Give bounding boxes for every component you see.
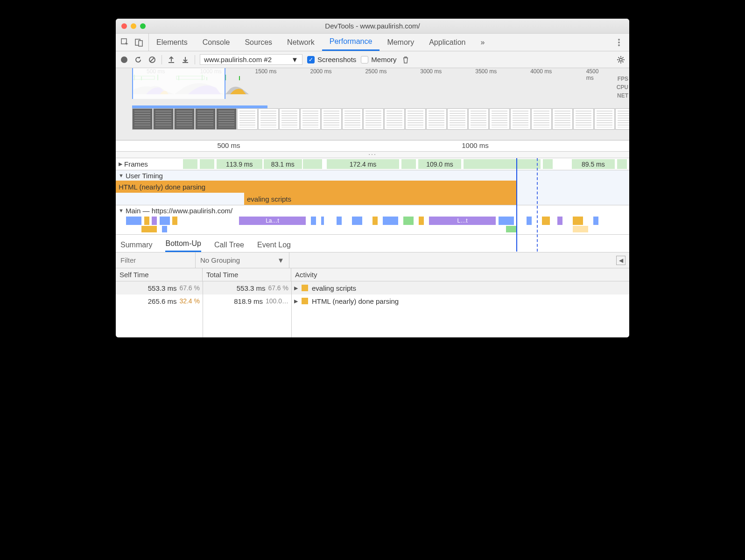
screenshot-thumb[interactable]	[552, 108, 573, 130]
screenshot-thumb[interactable]	[510, 108, 531, 130]
collapsed-tracks-indicator[interactable]: ···	[116, 152, 629, 158]
expand-icon[interactable]: ▶	[294, 298, 298, 304]
col-self-time[interactable]: Self Time	[116, 268, 203, 281]
frames-track[interactable]: ▶Frames 113.9 ms83.1 ms172.4 ms109.0 ms8…	[116, 158, 629, 170]
recording-selector[interactable]: www.paulirish.com #2 ▼	[200, 54, 302, 65]
tab-application[interactable]: Application	[422, 34, 473, 51]
screenshot-thumb[interactable]	[279, 108, 300, 130]
frame-block[interactable]: 89.5 ms	[572, 159, 615, 169]
tab-console[interactable]: Console	[195, 34, 238, 51]
user-timing-bar[interactable]: HTML (nearly) done parsing	[116, 181, 516, 193]
user-timing-track[interactable]: ▼User Timing HTML (nearly) done parsing …	[116, 170, 629, 205]
clear-button[interactable]	[148, 55, 157, 64]
device-toolbar-icon[interactable]	[134, 38, 144, 47]
frame-block[interactable]: 172.4 ms	[327, 159, 399, 169]
col-total-time[interactable]: Total Time	[203, 268, 291, 281]
current-time-marker[interactable]	[516, 158, 517, 252]
screenshot-thumb[interactable]	[594, 108, 615, 130]
garbage-collect-icon[interactable]	[401, 55, 410, 64]
main-thread-track[interactable]: ▼Main — https://www.paulirish.com/ La…t …	[116, 205, 629, 235]
window-title: DevTools - www.paulirish.com/	[116, 22, 629, 30]
details-tabs: Summary Bottom-Up Call Tree Event Log	[116, 235, 629, 252]
overview-tick: 3500 ms	[475, 68, 497, 75]
frame-block[interactable]	[183, 159, 197, 169]
user-timing-bar[interactable]: evaling scripts	[244, 193, 516, 205]
timeline-ruler[interactable]: 500 ms 1000 ms	[116, 140, 629, 152]
load-event-marker	[537, 158, 538, 252]
subtab-summary[interactable]: Summary	[120, 241, 152, 252]
screenshot-thumb[interactable]	[426, 108, 447, 130]
grid-body: 553.3 ms67.6 % 553.3 ms67.6 % ▶evaling s…	[116, 281, 629, 337]
frame-block[interactable]: 113.9 ms	[217, 159, 262, 169]
frame-block[interactable]: 109.0 ms	[418, 159, 462, 169]
screenshot-thumb[interactable]	[384, 108, 405, 130]
screenshot-thumb[interactable]	[531, 108, 552, 130]
self-ms: 553.3 ms	[148, 284, 177, 292]
screenshot-thumb[interactable]	[405, 108, 426, 130]
filter-row: No Grouping ▼ ◀	[116, 252, 629, 268]
toggle-heavy-stack-icon[interactable]: ◀	[616, 256, 626, 265]
col-activity[interactable]: Activity	[291, 268, 629, 281]
frame-block[interactable]	[543, 159, 553, 169]
overview-filmstrip	[132, 108, 629, 130]
recording-name: www.paulirish.com #2	[204, 56, 272, 63]
screenshot-thumb[interactable]	[153, 108, 174, 130]
frame-block[interactable]	[617, 159, 627, 169]
screenshot-thumb[interactable]	[363, 108, 384, 130]
screenshot-thumb[interactable]	[174, 108, 195, 130]
frame-block[interactable]	[401, 159, 416, 169]
screenshot-thumb[interactable]	[237, 108, 258, 130]
grouping-value: No Grouping	[200, 256, 240, 264]
overview-pane[interactable]: 500 ms 1000 ms 1500 ms 2000 ms 2500 ms 3…	[116, 68, 629, 140]
tab-elements[interactable]: Elements	[149, 34, 195, 51]
screenshot-thumb[interactable]	[132, 108, 153, 130]
screenshots-toggle[interactable]: ✓ Screenshots	[307, 56, 356, 63]
load-profile-icon[interactable]	[167, 55, 176, 64]
screenshot-thumb[interactable]	[258, 108, 279, 130]
tab-performance[interactable]: Performance	[322, 34, 380, 51]
category-swatch	[302, 298, 308, 304]
subtab-bottom-up[interactable]: Bottom-Up	[165, 239, 201, 252]
inspect-element-icon[interactable]	[120, 38, 130, 47]
screenshot-thumb[interactable]	[342, 108, 363, 130]
expand-icon[interactable]: ▶	[294, 285, 298, 291]
collapse-icon: ▼	[119, 208, 124, 213]
checkbox-unchecked-icon	[361, 56, 368, 63]
tab-memory[interactable]: Memory	[380, 34, 422, 51]
ruler-tick: 1000 ms	[462, 141, 489, 149]
table-row[interactable]: 553.3 ms67.6 % 553.3 ms67.6 % ▶evaling s…	[116, 281, 629, 294]
frame-block[interactable]	[303, 159, 322, 169]
reload-record-button[interactable]	[134, 55, 143, 64]
flame-chart[interactable]: La…t L…t	[116, 216, 629, 234]
memory-toggle[interactable]: Memory	[361, 56, 396, 63]
frame-block[interactable]	[464, 159, 540, 169]
screenshot-thumb[interactable]	[195, 108, 216, 130]
record-button[interactable]	[119, 55, 129, 64]
tab-sources[interactable]: Sources	[237, 34, 280, 51]
screenshot-thumb[interactable]	[489, 108, 510, 130]
table-row[interactable]: 265.6 ms32.4 % 818.9 ms100.0… ▶HTML (nea…	[116, 294, 629, 308]
frame-block[interactable]: 83.1 ms	[264, 159, 302, 169]
screenshot-thumb[interactable]	[321, 108, 342, 130]
screenshot-thumb[interactable]	[300, 108, 321, 130]
grouping-selector[interactable]: No Grouping ▼	[195, 252, 289, 268]
overview-selection[interactable]	[132, 68, 225, 99]
tabs-overflow[interactable]: »	[473, 34, 492, 51]
subtab-event-log[interactable]: Event Log	[257, 241, 291, 252]
svg-point-5	[618, 44, 620, 46]
main-thread-label: Main — https://www.paulirish.com/	[126, 207, 232, 215]
screenshot-thumb[interactable]	[447, 108, 468, 130]
tab-network[interactable]: Network	[280, 34, 322, 51]
save-profile-icon[interactable]	[181, 55, 190, 64]
screenshot-thumb[interactable]	[615, 108, 629, 130]
frame-block[interactable]	[200, 159, 214, 169]
filter-input[interactable]	[116, 252, 195, 268]
screenshot-thumb[interactable]	[468, 108, 489, 130]
total-ms: 553.3 ms	[237, 284, 266, 292]
category-swatch	[302, 285, 308, 291]
screenshot-thumb[interactable]	[573, 108, 594, 130]
subtab-call-tree[interactable]: Call Tree	[214, 241, 244, 252]
settings-gear-icon[interactable]	[616, 55, 626, 64]
more-menu-icon[interactable]	[614, 38, 624, 47]
screenshot-thumb[interactable]	[216, 108, 237, 130]
